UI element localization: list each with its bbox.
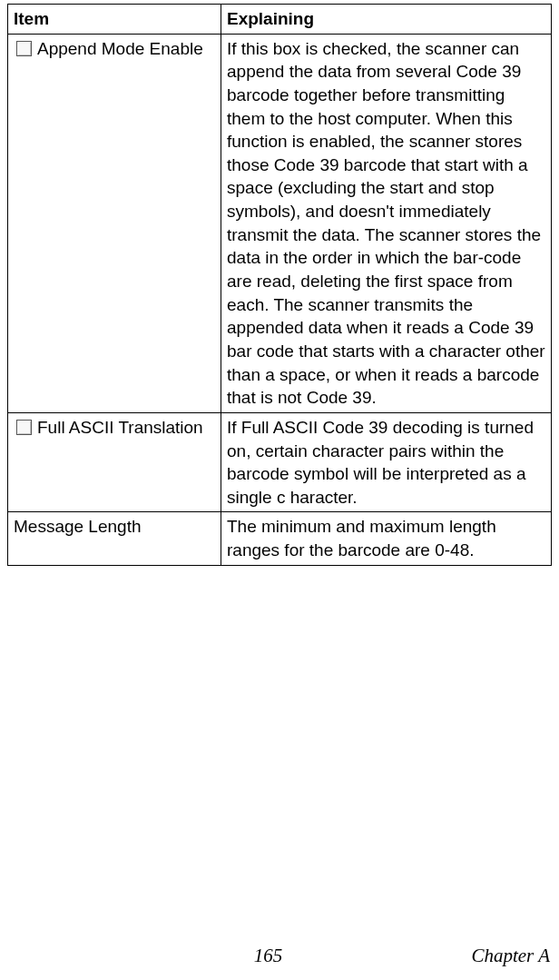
header-explaining: Explaining	[221, 5, 552, 35]
checkbox-icon[interactable]	[16, 41, 32, 56]
explaining-cell: The minimum and maximum length ranges fo…	[221, 512, 552, 565]
table-row: Full ASCII Translation If Full ASCII Cod…	[8, 412, 552, 512]
item-cell: Message Length	[8, 512, 221, 565]
page-content: Item Explaining Append Mode Enable If th…	[0, 0, 559, 566]
table-row: Message Length The minimum and maximum l…	[8, 512, 552, 565]
page-footer: 165 Chapter A	[0, 945, 559, 967]
chapter-label: Chapter A	[471, 945, 550, 967]
item-cell: Full ASCII Translation	[8, 412, 221, 512]
explaining-cell: If Full ASCII Code 39 decoding is turned…	[221, 412, 552, 512]
item-label: Append Mode Enable	[37, 39, 203, 58]
item-label: Message Length	[14, 517, 142, 536]
item-cell: Append Mode Enable	[8, 34, 221, 412]
page-number: 165	[254, 945, 283, 967]
checkbox-icon[interactable]	[16, 420, 32, 435]
item-label: Full ASCII Translation	[37, 418, 203, 437]
table-row: Append Mode Enable If this box is checke…	[8, 34, 552, 412]
table-header-row: Item Explaining	[8, 5, 552, 35]
explaining-cell: If this box is checked, the scanner can …	[221, 34, 552, 412]
settings-table: Item Explaining Append Mode Enable If th…	[7, 4, 552, 566]
header-item: Item	[8, 5, 221, 35]
